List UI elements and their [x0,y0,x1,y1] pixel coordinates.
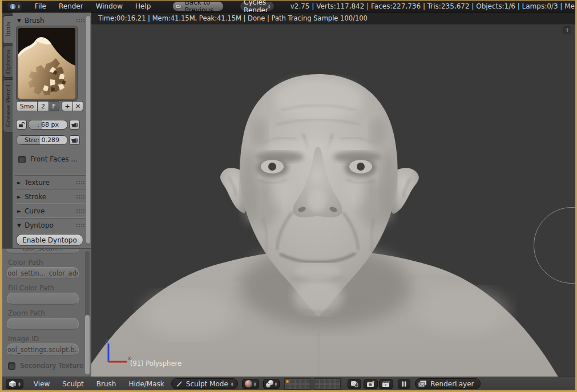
panel-drag-handle-icon[interactable] [76,195,84,199]
tab-tools[interactable]: Tools [3,15,13,44]
layer-cell[interactable] [300,384,305,389]
menu-brush[interactable]: Brush [96,380,116,388]
strength-row: Stre: 0.289 [16,135,89,145]
menu-hide-mask[interactable]: Hide/Mask [128,380,164,388]
layer-cell[interactable] [290,379,295,384]
strength-pressure-button[interactable] [69,135,80,145]
layer-cell[interactable] [330,384,335,389]
add-brush-button[interactable]: + [62,101,73,111]
zoom-path-field[interactable] [7,318,79,330]
disclosure-closed-icon: ► [17,180,21,185]
layer-cell[interactable] [335,379,340,384]
editor-type-button-3dview[interactable]: ▲▼ [6,379,23,389]
render-info-text: Time:00:16.21 | Mem:41.15M, Peak:41.15M … [98,14,368,22]
3d-viewport[interactable]: Time:00:16.21 | Mem:41.15M, Peak:41.15M … [91,13,575,377]
unlock-icon [18,122,25,128]
layer-cell[interactable] [295,384,300,389]
enable-dyntopo-button[interactable]: Enable Dyntopo [16,234,83,246]
color-path-field[interactable]: tool_settin..._color_add [7,267,79,279]
layer-cell[interactable] [305,384,310,389]
window-border-left [0,0,2,392]
secondary-texture-checkbox[interactable] [8,362,15,370]
render-info-bar: Time:00:16.21 | Mem:41.15M, Peak:41.15M … [91,13,575,25]
radius-pressure-button[interactable] [69,120,80,130]
panel-header-texture[interactable]: ► Texture [17,178,84,187]
tab-grease-pencil[interactable]: Grease Pencil [3,79,13,132]
layer-cell[interactable] [325,384,330,389]
panel-title-texture: Texture [25,179,50,187]
unified-radius-lock-button[interactable] [16,120,27,130]
menu-sculpt[interactable]: Sculpt [62,380,83,388]
layer-cell[interactable] [320,379,325,384]
layers-grid-1[interactable] [284,378,311,390]
secondary-texture-label: Secondary Texture [20,362,83,370]
brush-strength-value: Stre: 0.289 [17,136,67,144]
menu-help[interactable]: Help [135,2,151,10]
layer-cell[interactable] [314,379,320,384]
render-engine-select[interactable]: Cycles Render ▲▼ [240,1,275,11]
scrollbar-thumb[interactable] [86,16,90,244]
panel-header-stroke[interactable]: ► Stroke [17,192,84,201]
panel-header-brush[interactable]: ▼ Brush [17,16,84,25]
layer-cell[interactable] [320,384,325,389]
pivot-point-button[interactable]: ▲▼ [263,379,280,389]
tablet-pressure-icon [71,122,78,128]
scrollbar-thumb[interactable] [85,315,90,374]
render-animation-button[interactable] [379,379,393,389]
layer-cell-active[interactable] [285,379,290,384]
menu-window[interactable]: Window [96,2,123,10]
tool-shelf-scrollbar[interactable] [86,16,90,245]
sculpted-bust-model[interactable] [91,13,575,377]
brush-users-count-button[interactable]: 2 [38,101,49,111]
pause-icon [402,381,406,387]
pause-button[interactable] [398,379,410,389]
fill-color-path-field[interactable] [7,293,79,305]
layers-grid-2[interactable] [314,378,341,390]
layer-cell[interactable] [325,379,330,384]
panel-header-dyntopo[interactable]: ▼ Dyntopo [17,221,84,230]
editor-type-button-info[interactable]: ▲▼ [7,2,22,11]
brush-name-button[interactable]: Smo [16,101,38,111]
panel-drag-handle-icon[interactable] [76,181,84,185]
front-faces-row: Front Faces ... [18,155,78,163]
image-id-field[interactable]: tool_settings.sculpt.b... [7,343,79,355]
clipped-path-field[interactable]: tool_settin... [7,248,79,254]
tool-shelf: ▼ Brush Smo 2 F + ✕ [13,13,91,248]
unlink-brush-button[interactable]: ✕ [73,101,83,111]
panel-drag-handle-icon[interactable] [76,224,84,228]
layer-cell[interactable] [330,379,335,384]
brush-radius-slider[interactable]: : 68 px [28,120,68,130]
layer-cell[interactable] [290,384,295,389]
render-still-button[interactable] [364,379,378,389]
layer-cell[interactable] [300,379,305,384]
interaction-mode-select[interactable]: Sculpt Mode ▲▼ [171,378,238,389]
menu-file[interactable]: File [35,2,46,10]
lock-camera-button[interactable] [348,379,361,389]
brush-strength-slider[interactable]: Stre: 0.289 [16,135,68,145]
panel-header-curve[interactable]: ► Curve [17,207,84,216]
layer-cell[interactable] [314,384,320,389]
fill-color-path-label: Fill Color Path [8,284,54,292]
disclosure-closed-icon: ► [17,194,21,200]
layer-cell[interactable] [295,379,300,384]
fake-user-button[interactable]: F [49,101,59,111]
layer-cell[interactable] [285,384,290,389]
layer-cell[interactable] [305,379,310,384]
menu-render[interactable]: Render [59,2,83,10]
dropdown-arrows-icon: ▲▼ [268,4,271,9]
operator-panel-scrollbar[interactable] [85,251,90,374]
panel-divider [15,217,86,219]
brush-preview-frame[interactable] [16,26,78,101]
viewport-shading-button[interactable]: ▲▼ [242,379,259,389]
menu-view[interactable]: View [34,380,50,388]
panel-drag-handle-icon[interactable] [76,209,84,213]
back-to-previous-button[interactable]: Back to Previous [172,1,224,11]
layer-cell[interactable] [335,384,340,389]
tab-options[interactable]: Options [3,46,13,78]
front-faces-checkbox[interactable] [18,156,26,163]
panel-title-brush: Brush [25,17,45,25]
render-layer-select[interactable]: RenderLayer [415,378,480,389]
brush-preview-image [18,28,75,99]
panel-drag-handle-icon[interactable] [76,19,84,23]
properties-region-expand-button[interactable]: + [563,26,571,34]
